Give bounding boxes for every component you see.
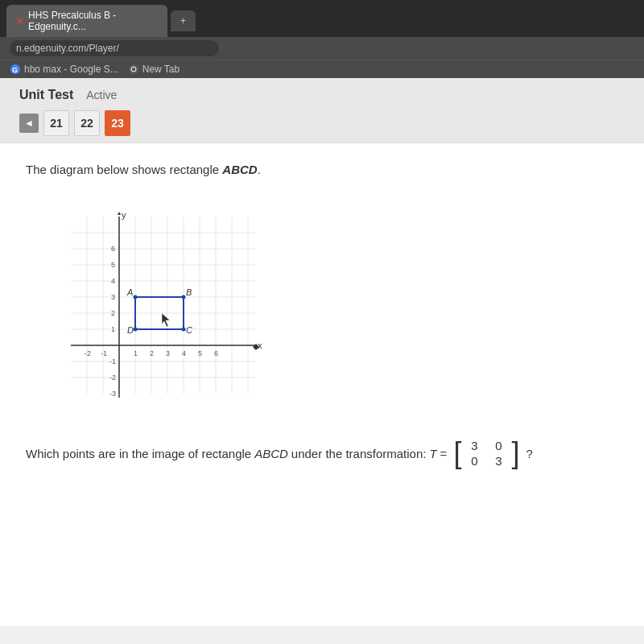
address-bar — [0, 37, 644, 60]
matrix-r2c2: 3 — [492, 454, 505, 468]
section-label: Unit Test — [19, 88, 73, 102]
svg-text:-3: -3 — [109, 390, 116, 398]
intro-text: The diagram below shows rectangle — [26, 163, 222, 176]
transform-prefix: Which points are in the image of rectang… — [26, 447, 251, 460]
transform-suffix: ? — [526, 447, 532, 460]
svg-text:4: 4 — [111, 277, 115, 285]
transformation-question: Which points are in the image of rectang… — [26, 437, 618, 469]
svg-text:2: 2 — [150, 349, 154, 357]
vertex-b-label: B — [186, 287, 192, 297]
svg-text:G: G — [12, 66, 18, 74]
vertex-d-label: D — [127, 325, 134, 335]
coordinate-grid: x y -2 -1 1 2 3 4 5 6 — [39, 192, 264, 418]
svg-text:6: 6 — [111, 245, 115, 253]
vertex-c-label: C — [186, 325, 192, 335]
browser-icon — [128, 64, 139, 75]
intro-end: . — [258, 163, 261, 176]
svg-point-2 — [129, 64, 138, 74]
svg-text:4: 4 — [182, 349, 186, 357]
google-icon: G — [10, 64, 21, 75]
matrix-r2c1: 0 — [468, 454, 481, 468]
matrix-r1c1: 3 — [468, 439, 481, 452]
page-header: Unit Test Active ◄ 21 22 23 — [0, 78, 644, 143]
svg-text:6: 6 — [214, 349, 218, 357]
unit-test-row: Unit Test Active — [19, 88, 625, 102]
tab-bar: ✕ HHS Precalculus B - Edgenuity.c... + — [0, 0, 644, 37]
browser-chrome: ✕ HHS Precalculus B - Edgenuity.c... + G… — [0, 0, 644, 78]
address-input[interactable] — [10, 40, 219, 56]
transform-rect-name: ABCD — [254, 447, 288, 460]
vertex-a-label: A — [126, 287, 133, 297]
tab-new[interactable]: + — [171, 10, 196, 31]
svg-text:1: 1 — [111, 325, 115, 333]
prev-arrow[interactable]: ◄ — [19, 114, 39, 133]
question-nav: ◄ 21 22 23 — [19, 110, 625, 136]
svg-text:3: 3 — [166, 349, 170, 357]
svg-text:-2: -2 — [85, 349, 91, 357]
matrix-container: [ 3 0 0 3 ] — [453, 437, 519, 469]
x-axis-label: x — [258, 341, 262, 350]
content-area: Unit Test Active ◄ 21 22 23 The diagram … — [0, 78, 644, 644]
grid-container: x y -2 -1 1 2 3 4 5 6 — [39, 192, 618, 418]
new-tab-icon: + — [180, 15, 186, 27]
right-bracket: ] — [511, 439, 519, 468]
svg-text:-1: -1 — [101, 349, 107, 357]
y-axis-arrow — [118, 212, 121, 215]
svg-text:3: 3 — [111, 293, 115, 301]
tab-close-icon[interactable]: ✕ — [16, 16, 23, 27]
left-bracket: [ — [453, 439, 461, 468]
tab-edgenuity[interactable]: ✕ HHS Precalculus B - Edgenuity.c... — [6, 5, 167, 37]
svg-text:-1: -1 — [109, 357, 116, 365]
question-btn-21[interactable]: 21 — [43, 110, 69, 136]
bookmark-hbo[interactable]: G hbo max - Google S... — [10, 64, 118, 75]
tab-label: HHS Precalculus B - Edgenuity.c... — [28, 10, 158, 32]
y-axis-label: y — [122, 210, 126, 220]
question-content: The diagram below shows rectangle ABCD. — [0, 143, 644, 626]
matrix-grid: 3 0 0 3 — [461, 437, 511, 469]
bookmarks-bar: G hbo max - Google S... New Tab — [0, 60, 644, 78]
bookmark-hbo-label: hbo max - Google S... — [24, 64, 118, 75]
cursor-icon — [162, 313, 170, 327]
bookmark-newtab-label: New Tab — [142, 64, 180, 75]
svg-text:5: 5 — [198, 349, 202, 357]
vertex-c-dot — [182, 328, 186, 332]
status-label: Active — [86, 89, 117, 101]
svg-text:1: 1 — [134, 349, 138, 357]
bookmark-newtab[interactable]: New Tab — [128, 64, 180, 75]
question-intro-text: The diagram below shows rectangle ABCD. — [26, 163, 618, 176]
transform-middle: under the transformation: — [291, 447, 427, 460]
question-btn-22[interactable]: 22 — [74, 110, 100, 136]
svg-text:2: 2 — [111, 309, 115, 317]
transform-var: T — [429, 447, 436, 460]
rect-name: ABCD — [222, 163, 257, 176]
matrix-r1c2: 0 — [492, 439, 505, 452]
svg-text:-2: -2 — [109, 374, 116, 382]
vertex-d-dot — [134, 328, 138, 332]
vertex-a-dot — [134, 295, 138, 299]
svg-text:5: 5 — [111, 261, 115, 269]
question-btn-23[interactable]: 23 — [105, 110, 130, 136]
vertex-b-dot — [182, 295, 186, 299]
transform-eq: = — [440, 447, 448, 460]
